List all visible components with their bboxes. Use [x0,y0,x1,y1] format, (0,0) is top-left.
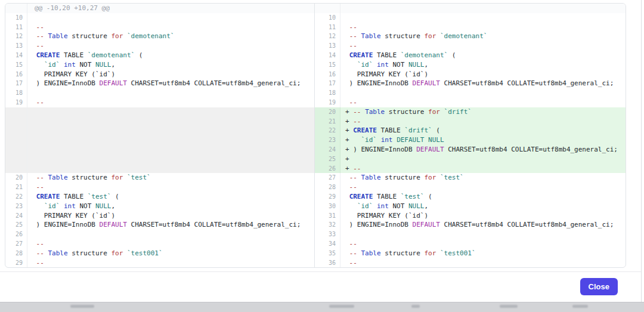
modal-footer: Close [0,272,641,301]
code-token [345,61,357,69]
page: @@ -10,20 +10,27 @@ 101011 --11 --12 -- … [0,0,644,312]
code-token: + [345,155,349,163]
code-token: ) ENGINE=InnoDB [32,221,100,228]
code-line-left: `id` int NOT NULL, [27,60,315,70]
diff-row: 29 --36 -- [5,258,626,268]
dimmed-background-text [500,305,518,308]
code-line-right: `id` int NOT NULL, [340,202,626,211]
line-number-right: 12 [315,32,340,41]
diff-row: 21 --28 -- [5,183,626,192]
code-token: PRIMARY KEY (`id`) [32,70,115,78]
code-token [345,249,349,257]
code-token: `demotenant` [88,51,135,59]
code-line-left: PRIMARY KEY (`id`) [27,70,315,79]
code-token: + [345,165,353,172]
line-number-right: 18 [315,88,340,98]
diff-row: 19 --19 -- [5,98,626,107]
line-number-right: 24 [315,145,340,155]
code-token: -- [345,259,357,267]
code-token: CREATE [349,51,373,59]
line-number-left [5,145,27,155]
code-line-right: ) ENGINE=InnoDB DEFAULT CHARSET=utf8mb4 … [340,220,626,230]
code-line-right: ) ENGINE=InnoDB DEFAULT CHARSET=utf8mb4 … [340,79,626,88]
line-number-left: 14 [5,51,27,60]
line-number-right: 13 [315,41,340,51]
dimmed-background-text [411,305,420,308]
code-token: -- [32,42,44,50]
code-token: CHARSET=utf8mb4 COLLATE=utf8mb4_general_… [440,221,614,228]
diff-row: 27 --34 -- [5,239,626,249]
line-number-right: 32 [315,220,340,230]
code-token: Table [48,174,68,181]
diff-row: 23+ `id` int DEFAULT NULL [5,135,626,145]
code-token: -- [32,259,44,267]
code-line-right: -- Table structure for `demotenant` [340,32,626,41]
diff-row: 22+ CREATE TABLE `drift` ( [5,126,626,135]
code-token: -- [32,98,44,106]
diff-row: 15 `id` int NOT NULL,15 `id` int NOT NUL… [5,60,626,70]
code-token [123,32,127,40]
code-token: NULL [95,61,112,69]
code-token: + ) ENGINE=InnoDB [345,146,416,153]
code-token [440,108,444,116]
code-token: structure [385,108,428,116]
code-token: `id` [44,202,60,210]
code-token: Table [361,249,381,257]
line-number-left: 27 [5,239,27,249]
code-token: for [424,32,436,40]
code-token [32,193,36,200]
diff-row: 25+ [5,155,626,164]
code-token: `demotenant` [401,51,448,59]
dimmed-background-text [329,305,354,308]
code-token: -- [36,32,48,40]
code-token: `demotenant` [440,32,487,40]
code-token [373,202,377,210]
code-token: -- [345,23,357,31]
line-number-right: 10 [315,13,340,23]
code-token: `test001` [127,249,163,257]
close-button[interactable]: Close [580,278,618,295]
code-token: , [112,61,116,69]
line-number-right: 11 [315,23,340,32]
code-line-left: -- [27,41,315,51]
code-token: int [381,136,393,144]
code-token: `test001` [440,249,476,257]
code-token: ) ENGINE=InnoDB [345,79,413,87]
code-token: , [112,202,116,210]
code-token [32,174,36,181]
code-token: CHARSET=utf8mb4 COLLATE=utf8mb4_general_… [127,79,301,87]
code-line-left: ) ENGINE=InnoDB DEFAULT CHARSET=utf8mb4 … [27,79,315,88]
code-line-right: -- Table structure for `test001` [340,249,626,258]
line-number-left: 21 [5,183,27,192]
code-line-right: CREATE TABLE `demotenant` ( [340,51,626,60]
code-token: -- [349,249,361,257]
code-line-right: + `id` int DEFAULT NULL [340,135,626,145]
line-number-right: 34 [315,239,340,249]
code-token: CREATE [36,193,60,200]
code-token: structure [381,249,425,257]
code-line-left: -- Table structure for `test` [27,173,315,183]
code-line-left [27,145,315,155]
code-line-left: -- [27,183,315,192]
code-token: for [111,174,123,181]
code-line-right [340,88,626,98]
code-line-left: PRIMARY KEY (`id`) [27,211,315,221]
code-token: CREATE [349,193,373,200]
code-token: CHARSET=utf8mb4 COLLATE=utf8mb4_general_… [440,79,614,87]
line-number-right: 25 [315,155,340,164]
code-token: ( [424,193,432,200]
code-line-right: + CREATE TABLE `drift` ( [340,126,626,135]
code-line-left [27,230,315,239]
code-line-left: -- [27,258,315,268]
code-token: -- [345,183,357,191]
code-token: + [345,126,353,134]
code-token: NOT [389,61,408,69]
line-number-left [5,155,27,164]
line-number-left: 28 [5,249,27,258]
diff-table[interactable]: @@ -10,20 +10,27 @@ 101011 --11 --12 -- … [5,3,626,268]
diff-row: 24+ ) ENGINE=InnoDB DEFAULT CHARSET=utf8… [5,145,626,155]
diff-row: 2633 [5,230,626,239]
line-number-left: 16 [5,70,27,79]
code-line-left [27,117,315,126]
code-token: NOT [76,202,95,210]
